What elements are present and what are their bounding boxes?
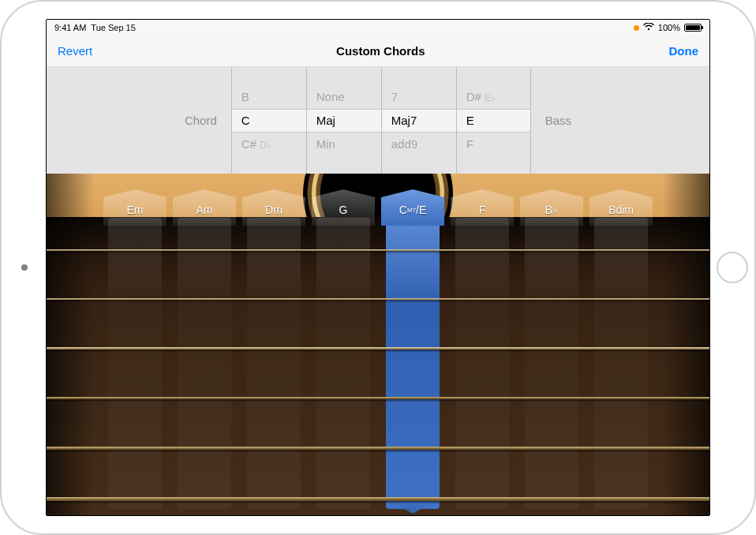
chord-strip-label: G: [312, 189, 375, 226]
status-right: 100%: [634, 23, 702, 32]
chord-strip-7[interactable]: B♭: [520, 189, 583, 509]
picker-chord-label: Chord: [170, 114, 231, 127]
picker-bass-column[interactable]: D#E♭ E F: [456, 67, 531, 174]
chord-strip-body[interactable]: [316, 218, 370, 509]
battery-percentage: 100%: [658, 23, 680, 32]
chord-strip-body[interactable]: [525, 218, 578, 509]
chord-picker: Chord B C C#D♭ None Maj Min 7 Maj7 add9: [47, 67, 709, 174]
picker-bass-next: F: [466, 137, 473, 151]
picker-bass-prev: D#: [466, 90, 481, 103]
picker-columns: B C C#D♭ None Maj Min 7 Maj7 add9 D#E♭ E: [231, 67, 531, 174]
home-button[interactable]: [717, 252, 748, 283]
picker-quality-column[interactable]: None Maj Min: [306, 67, 381, 174]
recording-indicator-dot: [634, 25, 639, 31]
battery-icon: [684, 24, 702, 32]
chord-strip-2[interactable]: Am: [173, 189, 236, 509]
picker-root-prev: B: [241, 90, 249, 103]
chord-strip-3[interactable]: Dm: [242, 189, 305, 509]
wifi-icon: [643, 23, 654, 32]
chord-strip-label: Bdim: [589, 189, 653, 226]
picker-root-next-enh: D♭: [260, 140, 271, 151]
chord-strip-label: Em: [103, 189, 167, 226]
picker-quality-prev: None: [316, 90, 345, 103]
picker-root-column[interactable]: B C C#D♭: [231, 67, 306, 174]
chord-strip-label: F: [451, 189, 514, 226]
status-date: Tue Sep 15: [91, 23, 135, 32]
chord-strip-body[interactable]: [247, 218, 301, 509]
chord-strip-1[interactable]: Em: [103, 189, 167, 509]
guitar-area: EmAmDmGCM7/EFB♭Bdim: [47, 174, 709, 515]
picker-ext-next: add9: [391, 137, 417, 151]
chord-strip-8[interactable]: Bdim: [589, 189, 653, 509]
status-left: 9:41 AM Tue Sep 15: [54, 23, 136, 32]
picker-quality-next: Min: [316, 137, 335, 151]
picker-root-next: C#: [241, 137, 256, 151]
status-time: 9:41 AM: [54, 23, 86, 32]
revert-button[interactable]: Revert: [58, 44, 92, 58]
nav-bar: Revert Custom Chords Done: [47, 36, 709, 67]
chord-strip-label: B♭: [520, 189, 583, 226]
picker-bass-label: Bass: [531, 114, 586, 127]
chord-strip-body[interactable]: [108, 218, 162, 509]
picker-quality-selected: Maj: [316, 114, 335, 127]
chord-strip-body[interactable]: [386, 218, 440, 509]
picker-extension-column[interactable]: 7 Maj7 add9: [381, 67, 456, 174]
done-button[interactable]: Done: [669, 44, 699, 58]
chord-strip-label: Am: [173, 189, 236, 226]
chord-strip-4[interactable]: G: [312, 189, 375, 509]
status-bar: 9:41 AM Tue Sep 15 100%: [47, 20, 709, 36]
ipad-frame: 9:41 AM Tue Sep 15 100% Revert Custom Ch…: [0, 0, 756, 535]
chord-strip-body[interactable]: [178, 218, 231, 509]
camera-dot: [21, 264, 28, 271]
picker-bass-selected: E: [466, 114, 474, 127]
chord-strip-6[interactable]: F: [451, 189, 514, 509]
chord-strip-body[interactable]: [455, 218, 509, 509]
picker-ext-selected: Maj7: [391, 114, 417, 127]
chord-strip-body[interactable]: [594, 218, 648, 509]
chord-strip-label: Dm: [242, 189, 305, 226]
picker-ext-prev: 7: [391, 90, 398, 103]
picker-bass-prev-enh: E♭: [485, 92, 496, 103]
page-title: Custom Chords: [336, 44, 425, 58]
screen: 9:41 AM Tue Sep 15 100% Revert Custom Ch…: [46, 19, 710, 516]
chord-strip-5[interactable]: CM7/E: [381, 189, 444, 509]
chord-strip-label: CM7/E: [381, 189, 444, 226]
picker-root-selected: C: [241, 114, 250, 127]
chord-strips: EmAmDmGCM7/EFB♭Bdim: [47, 189, 709, 509]
